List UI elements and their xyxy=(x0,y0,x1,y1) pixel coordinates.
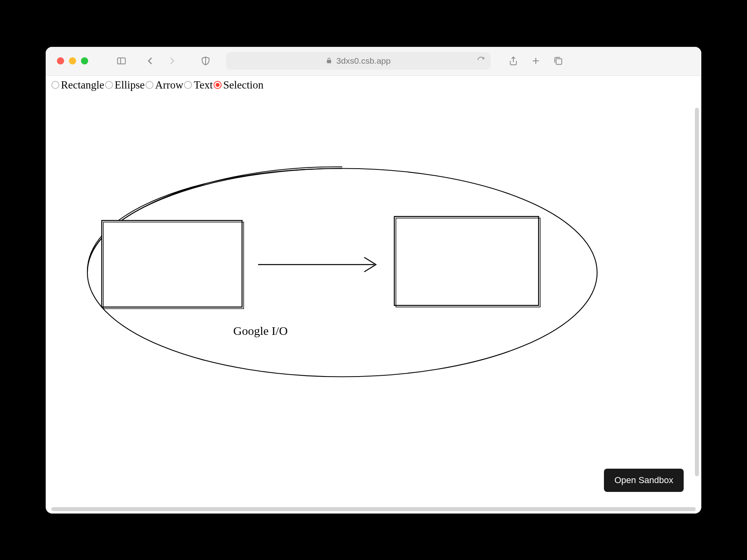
vertical-scrollbar[interactable] xyxy=(695,108,699,476)
tool-ellipse[interactable]: Ellipse xyxy=(105,79,145,91)
tool-label: Rectangle xyxy=(61,79,104,91)
tool-label: Ellipse xyxy=(115,79,145,91)
canvas-svg xyxy=(46,96,701,514)
tool-text[interactable]: Text xyxy=(184,79,213,91)
tabs-overview-icon[interactable] xyxy=(553,56,563,66)
url-text: 3dxs0.csb.app xyxy=(336,56,390,66)
shape-rectangle-left[interactable] xyxy=(102,220,242,307)
radio-icon xyxy=(214,81,222,89)
traffic-lights xyxy=(57,57,88,64)
tool-label: Arrow xyxy=(155,79,183,91)
share-icon[interactable] xyxy=(508,56,519,66)
sidebar-toggle-icon[interactable] xyxy=(116,56,127,66)
minimize-window-button[interactable] xyxy=(69,57,76,64)
drawing-canvas[interactable]: Google I/O xyxy=(46,96,701,514)
radio-icon xyxy=(184,81,192,89)
maximize-window-button[interactable] xyxy=(81,57,88,64)
page-content: Rectangle Ellipse Arrow Text Selection xyxy=(46,76,701,514)
radio-icon xyxy=(51,81,59,89)
tool-rectangle[interactable]: Rectangle xyxy=(51,79,104,91)
radio-icon xyxy=(145,81,153,89)
forward-button[interactable] xyxy=(167,56,177,66)
svg-rect-5 xyxy=(556,59,562,64)
open-sandbox-button[interactable]: Open Sandbox xyxy=(604,469,684,492)
radio-icon xyxy=(105,81,113,89)
titlebar: 3dxs0.csb.app xyxy=(46,47,701,76)
browser-window: 3dxs0.csb.app Rectangle El xyxy=(46,47,701,514)
svg-rect-0 xyxy=(117,58,125,64)
privacy-shield-icon[interactable] xyxy=(200,56,211,66)
tool-arrow[interactable]: Arrow xyxy=(145,79,183,91)
url-bar[interactable]: 3dxs0.csb.app xyxy=(226,52,491,70)
reload-icon[interactable] xyxy=(477,56,485,66)
horizontal-scrollbar[interactable] xyxy=(51,507,696,511)
canvas-text-label[interactable]: Google I/O xyxy=(233,324,288,338)
titlebar-right xyxy=(508,56,563,66)
close-window-button[interactable] xyxy=(57,57,64,64)
tool-label: Selection xyxy=(223,79,263,91)
new-tab-icon[interactable] xyxy=(531,56,541,66)
shape-rectangle-right[interactable] xyxy=(394,216,539,305)
drawing-toolbar: Rectangle Ellipse Arrow Text Selection xyxy=(46,76,701,95)
nav-buttons xyxy=(145,56,177,66)
tool-selection[interactable]: Selection xyxy=(214,79,263,91)
back-button[interactable] xyxy=(145,56,155,66)
lock-icon xyxy=(326,56,332,66)
tool-label: Text xyxy=(194,79,213,91)
